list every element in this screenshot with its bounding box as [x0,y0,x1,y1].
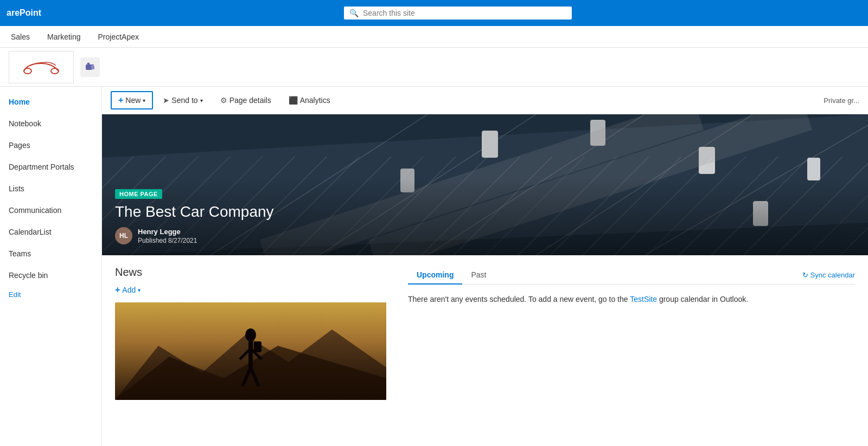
add-label: Add [122,286,136,294]
hero-meta: HL Henry Legge Published 8/27/2021 [115,227,855,244]
send-to-label: Send to [171,96,197,105]
hero-title: The Best Car Company [115,203,855,221]
analytics-icon: ⬛ [289,96,298,105]
analytics-button[interactable]: ⬛ Analytics [281,92,338,109]
search-input[interactable] [363,9,566,17]
page-details-button[interactable]: ⚙ Page details [213,92,279,109]
svg-rect-3 [91,66,94,69]
new-chevron-icon: ▾ [143,98,145,104]
sidebar: Home Notebook Pages Department Portals L… [0,87,102,446]
svg-point-4 [87,62,90,65]
main-layout: Home Notebook Pages Department Portals L… [0,87,868,446]
sidebar-item-pages[interactable]: Pages [0,134,101,156]
plus-icon: + [118,95,123,105]
sub-nav-sales[interactable]: Sales [9,26,32,48]
sidebar-item-communication[interactable]: Communication [0,199,101,221]
hero-badge: HOME PAGE [115,189,162,199]
sidebar-item-teams[interactable]: Teams [0,243,101,264]
logo-area [0,48,868,87]
content-area: + New ▾ ➤ Send to ▾ ⚙ Page details ⬛ Ana… [102,87,868,446]
sub-nav-marketing[interactable]: Marketing [45,26,82,48]
logo-box [9,51,74,83]
tab-past[interactable]: Past [462,266,495,285]
sync-calendar-button[interactable]: ↻ Sync calendar [802,271,855,279]
top-bar: arePoint 🔍 [0,0,868,26]
add-plus-icon: + [115,285,120,295]
events-empty-text: There aren't any events scheduled. To ad… [408,293,855,305]
events-tabs: Upcoming Past ↻ Sync calendar [408,266,855,285]
send-to-button[interactable]: ➤ Send to ▾ [155,92,210,109]
sub-nav: Sales Marketing ProjectApex [0,26,868,48]
news-section: News + Add ▾ [115,266,386,435]
app-title: arePoint [7,8,41,18]
new-label: New [125,96,141,105]
sub-nav-projectapex[interactable]: ProjectApex [96,26,141,48]
news-hero-image-svg [115,302,386,400]
search-bar[interactable]: 🔍 [344,7,572,20]
private-label: Private gr... [824,96,859,105]
news-image [115,302,386,400]
hero-overlay: HOME PAGE The Best Car Company HL Henry … [102,178,868,255]
svg-point-5 [92,64,94,66]
new-button[interactable]: + New ▾ [111,91,153,109]
svg-rect-28 [254,341,261,352]
send-chevron-icon: ▾ [200,98,203,104]
published-date: Published 8/27/2021 [138,237,197,244]
add-chevron-icon: ▾ [138,287,141,293]
events-section: Upcoming Past ↻ Sync calendar There aren… [408,266,855,435]
sidebar-item-calendarlist[interactable]: CalendarList [0,221,101,243]
events-empty-prefix: There aren't any events scheduled. To ad… [408,295,630,303]
author-name: Henry Legge [138,228,197,236]
svg-rect-18 [807,158,820,180]
testsite-link[interactable]: TestSite [630,295,657,303]
add-news-button[interactable]: + Add ▾ [115,285,386,295]
author-avatar: HL [115,227,132,244]
sidebar-item-recycle-bin[interactable]: Recycle bin [0,264,101,286]
teams-icon [80,57,100,77]
sync-label: Sync calendar [810,271,855,279]
page-details-icon: ⚙ [220,96,227,105]
page-details-label: Page details [229,96,271,105]
sidebar-item-department-portals[interactable]: Department Portals [0,156,101,178]
sidebar-item-lists[interactable]: Lists [0,178,101,199]
sidebar-edit-link[interactable]: Edit [0,286,101,303]
toolbar: + New ▾ ➤ Send to ▾ ⚙ Page details ⬛ Ana… [102,87,868,114]
news-title: News [115,266,386,279]
sidebar-item-notebook[interactable]: Notebook [0,113,101,134]
search-icon: 🔍 [349,9,359,17]
sync-icon: ↻ [802,271,808,279]
analytics-label: Analytics [300,96,330,105]
hero-banner: HOME PAGE The Best Car Company HL Henry … [102,114,868,255]
events-empty-suffix: group calendar in Outlook. [657,295,748,303]
tab-upcoming[interactable]: Upcoming [408,266,462,285]
svg-point-22 [245,328,256,341]
svg-rect-13 [482,131,498,158]
logo-car-image [17,59,66,75]
send-icon: ➤ [163,96,169,105]
sidebar-item-home[interactable]: Home [0,91,101,113]
bottom-content: News + Add ▾ [102,255,868,446]
